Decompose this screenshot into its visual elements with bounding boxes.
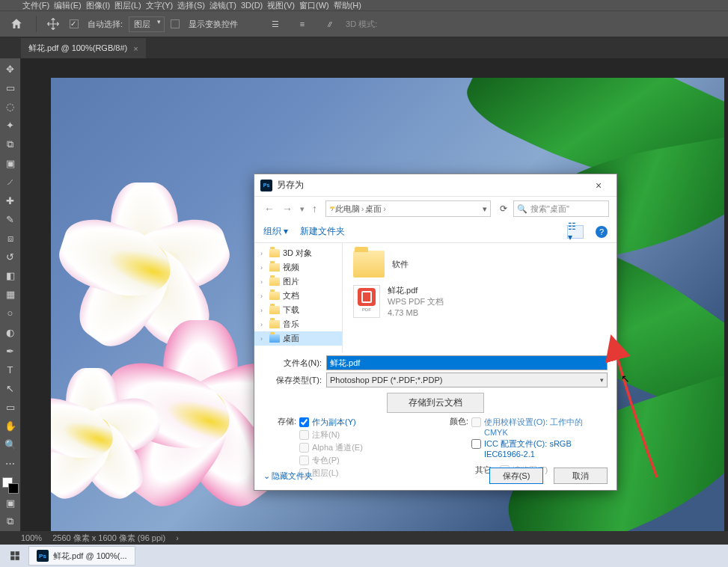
file-item-folder[interactable]: 软件	[353, 251, 606, 278]
quickmask-tool[interactable]: ▣	[1, 494, 19, 512]
tree-item-music[interactable]: ›音乐	[254, 317, 342, 331]
cancel-button[interactable]: 取消	[554, 468, 608, 484]
eyedropper-tool[interactable]: ⟋	[1, 174, 19, 191]
dodge-tool[interactable]: ◐	[1, 324, 19, 341]
icc-checkbox[interactable]	[471, 439, 481, 449]
photoshop-icon: Ps	[260, 180, 272, 191]
svg-rect-1	[16, 551, 19, 555]
blur-tool[interactable]: ○	[1, 304, 19, 322]
brush-tool[interactable]: ✎	[1, 211, 19, 228]
menu-select[interactable]: 选择(S)	[176, 0, 207, 11]
tree-item-pictures[interactable]: ›图片	[254, 275, 342, 289]
proof-label: 使用校样设置(O): 工作中的 CMYK	[484, 417, 608, 437]
tree-item-documents[interactable]: ›文档	[254, 289, 342, 303]
toolbox: ✥ ▭ ◌ ✦ ⧉ ▣ ⟋ ✚ ✎ ⧇ ↺ ◧ ▦ ○ ◐ ✒ T ↖ ▭ ✋ …	[0, 58, 21, 531]
heal-tool[interactable]: ✚	[1, 192, 19, 209]
copy-checkbox[interactable]	[299, 417, 309, 427]
layer-dropdown[interactable]: 图层	[129, 16, 165, 32]
tree-item-3d[interactable]: ›3D 对象	[254, 246, 342, 260]
marquee-tool[interactable]: ▭	[1, 79, 19, 96]
file-name-input[interactable]: 鲜花.pdf	[326, 355, 608, 370]
refresh-button[interactable]: ⟳	[497, 203, 510, 214]
hide-folders-button[interactable]: ⌄ 隐藏文件夹	[263, 471, 313, 482]
eraser-tool[interactable]: ◧	[1, 267, 19, 284]
tree-item-video[interactable]: ›视频	[254, 260, 342, 275]
color-swatches[interactable]	[2, 477, 19, 493]
auto-select-checkbox[interactable]	[70, 19, 79, 28]
home-button[interactable]	[3, 13, 30, 34]
align-icon-2[interactable]: ≡	[292, 16, 313, 31]
cloud-save-button[interactable]: 存储到云文档	[387, 393, 484, 413]
path-tool[interactable]: ↖	[1, 380, 19, 397]
file-type: WPS PDF 文档	[388, 296, 444, 307]
recent-dropdown-icon[interactable]: ▾	[298, 204, 307, 214]
menu-window[interactable]: 窗口(W)	[298, 0, 331, 11]
crop-tool[interactable]: ⧉	[1, 135, 19, 153]
path-dropdown-icon[interactable]: ▾	[483, 204, 487, 214]
search-input[interactable]: 🔍 搜索"桌面"	[513, 200, 609, 217]
document-dimensions: 2560 像素 x 1600 像素 (96 ppi)	[52, 533, 165, 544]
file-list[interactable]: 软件 PDF 鲜花.pdf WPS PDF 文档 4.73 MB	[343, 243, 617, 352]
copy-label: 作为副本(Y)	[312, 417, 356, 428]
menu-view[interactable]: 视图(V)	[266, 0, 296, 11]
align-icon-3[interactable]: ⫽	[319, 16, 340, 31]
folder-icon	[353, 251, 385, 278]
taskbar-app-photoshop[interactable]: Ps 鲜花.pdf @ 100%(...	[28, 546, 135, 566]
dialog-titlebar[interactable]: Ps 另存为 ×	[254, 174, 617, 197]
svg-rect-3	[16, 557, 19, 560]
menu-file[interactable]: 文件(F)	[21, 0, 51, 11]
dialog-title: 另存为	[277, 179, 587, 191]
menu-3d[interactable]: 3D(D)	[239, 1, 264, 10]
lasso-tool[interactable]: ◌	[1, 98, 19, 115]
search-icon: 🔍	[517, 204, 527, 214]
svg-rect-2	[10, 557, 14, 560]
menu-edit[interactable]: 编辑(E)	[52, 0, 83, 11]
pen-tool[interactable]: ✒	[1, 343, 19, 360]
menu-image[interactable]: 图像(I)	[85, 0, 111, 11]
organize-button[interactable]: 组织 ▾	[263, 225, 288, 238]
wand-tool[interactable]: ✦	[1, 117, 19, 134]
start-button[interactable]	[3, 546, 27, 566]
close-button[interactable]: ×	[587, 177, 611, 194]
path-segment-desktop[interactable]: 桌面	[365, 203, 382, 215]
stamp-tool[interactable]: ⧇	[1, 230, 19, 247]
menu-layer[interactable]: 图层(L)	[113, 0, 142, 11]
new-folder-button[interactable]: 新建文件夹	[300, 225, 345, 238]
menu-help[interactable]: 帮助(H)	[332, 0, 363, 11]
tree-item-desktop[interactable]: ›桌面	[254, 331, 342, 346]
align-icon[interactable]: ☰	[265, 16, 286, 31]
up-button[interactable]: ↑	[310, 203, 319, 215]
menu-type[interactable]: 文字(Y)	[144, 0, 175, 11]
annot-label: 注释(N)	[312, 429, 340, 441]
alpha-label: Alpha 通道(E)	[312, 442, 363, 453]
document-tab[interactable]: 鲜花.pdf @ 100%(RGB/8#) ×	[21, 38, 146, 58]
save-type-dropdown[interactable]: Photoshop PDF (*.PDF;*.PDP)	[326, 373, 608, 387]
folder-name: 软件	[392, 259, 409, 270]
dialog-navbar: ← → ▾ ↑ › 此电脑 › 桌面 › ▾ ⟳ 🔍 搜索"桌面"	[254, 197, 617, 221]
status-chevron-icon[interactable]: ›	[176, 533, 179, 542]
history-brush-tool[interactable]: ↺	[1, 248, 19, 266]
zoom-tool[interactable]: 🔍	[1, 436, 19, 453]
frame-tool[interactable]: ▣	[1, 155, 19, 172]
save-button[interactable]: 保存(S)	[489, 468, 543, 484]
file-item-pdf[interactable]: PDF 鲜花.pdf WPS PDF 文档 4.73 MB	[353, 285, 606, 319]
menu-filter[interactable]: 滤镜(T)	[208, 0, 238, 11]
path-segment-root[interactable]: 此电脑	[335, 203, 360, 215]
show-transform-checkbox[interactable]	[171, 19, 180, 28]
gradient-tool[interactable]: ▦	[1, 286, 19, 303]
view-mode-button[interactable]: ☷ ▾	[567, 225, 584, 239]
back-button[interactable]: ←	[262, 203, 277, 215]
help-button[interactable]: ?	[596, 226, 608, 238]
path-box[interactable]: › 此电脑 › 桌面 › ▾	[325, 200, 491, 217]
file-name: 鲜花.pdf	[388, 285, 444, 296]
close-tab-icon[interactable]: ×	[133, 44, 138, 53]
hand-tool[interactable]: ✋	[1, 417, 19, 435]
tree-item-downloads[interactable]: ›下载	[254, 303, 342, 317]
zoom-level[interactable]: 100%	[21, 533, 42, 542]
screenmode-tool[interactable]: ⧉	[1, 513, 19, 530]
shape-tool[interactable]: ▭	[1, 399, 19, 416]
forward-button[interactable]: →	[280, 203, 295, 215]
move-tool[interactable]: ✥	[1, 61, 19, 78]
type-tool[interactable]: T	[1, 361, 19, 378]
more-tools[interactable]: ⋯	[1, 455, 19, 472]
